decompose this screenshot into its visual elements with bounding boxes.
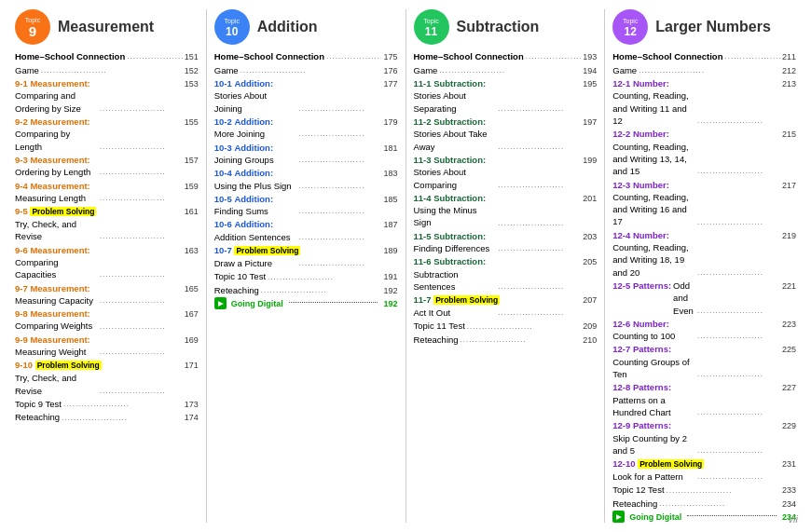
entry-text: Joining Groups bbox=[214, 154, 297, 166]
list-item: Home–School Connection..................… bbox=[15, 50, 199, 63]
entry-page: 165 bbox=[185, 283, 199, 295]
entry-text: Subtraction Sentences bbox=[414, 268, 497, 293]
list-item: 10-1 Addition: Stories About Joining....… bbox=[214, 77, 398, 115]
entry-text: Counting, Reading, and Writing 16 and 17 bbox=[612, 191, 695, 228]
entry-dots: ...................... bbox=[526, 51, 581, 62]
list-item: 12-10 Problem Solving Look for a Pattern… bbox=[612, 457, 796, 483]
entry-dots: ...................... bbox=[498, 281, 581, 293]
entry-page: 234 bbox=[782, 498, 796, 511]
entry-text: Stories About Joining bbox=[214, 89, 297, 115]
entry-page: 191 bbox=[383, 271, 397, 283]
entry-id: 9-10 Problem Solving bbox=[15, 359, 102, 372]
entry-dots: ...................... bbox=[268, 272, 381, 283]
list-item: 9-4 Measurement: Measuring Length.......… bbox=[15, 180, 199, 205]
entry-id: 12-9 Patterns: bbox=[612, 419, 671, 431]
list-item: Reteaching......................174 bbox=[15, 411, 199, 424]
entry-id: 9-5 Problem Solving bbox=[15, 205, 96, 218]
entry-id: 12-4 Number: bbox=[612, 229, 669, 241]
entry-dots: ...................... bbox=[498, 218, 581, 229]
column-topic-11: Topic11SubtractionHome–School Connection… bbox=[406, 9, 606, 523]
topic-header-9: Topic9Measurement bbox=[15, 9, 199, 45]
entry-page: 173 bbox=[185, 399, 199, 411]
entry-id: 10-2 Addition: bbox=[214, 116, 273, 128]
entry-text: Comparing and Ordering by Size bbox=[15, 89, 98, 115]
entry-id: 12-5 Patterns: bbox=[612, 280, 671, 317]
column-topic-9: Topic9MeasurementHome–School Connection.… bbox=[7, 9, 207, 523]
entry-dots: ...................... bbox=[697, 116, 780, 127]
list-item: 10-3 Addition: Joining Groups...........… bbox=[214, 142, 398, 167]
entry-id: 11-5 Subtraction: bbox=[414, 230, 487, 242]
entry-dots: ...................... bbox=[498, 243, 581, 254]
entry-dots: ...................... bbox=[299, 129, 382, 140]
list-item: 11-6 Subtraction: Subtraction Sentences.… bbox=[414, 255, 598, 293]
entry-text: Patterns on a Hundred Chart bbox=[612, 394, 695, 419]
entry-dots: ...................... bbox=[697, 331, 780, 342]
list-item: 11-5 Subtraction: Finding Differences...… bbox=[414, 230, 598, 255]
entry-dots: ...................... bbox=[62, 413, 183, 424]
entry-id: 10-1 Addition: bbox=[214, 77, 273, 89]
list-item: 12-4 Number: Counting, Reading, and Writ… bbox=[612, 229, 796, 279]
entry-id: 11-7 Problem Solving bbox=[414, 293, 501, 307]
list-item: Game......................194 bbox=[414, 64, 598, 77]
entry-dots: ...................... bbox=[697, 471, 780, 483]
list-item: 10-7 Problem Solving Draw a Picture.....… bbox=[214, 244, 398, 269]
entry-id: 11-6 Subtraction: bbox=[414, 255, 487, 267]
column-topic-10: Topic10AdditionHome–School Connection...… bbox=[207, 9, 406, 523]
entry-page: 175 bbox=[383, 51, 397, 63]
entry-dots: ...................... bbox=[299, 258, 382, 269]
entry-page: 183 bbox=[383, 168, 397, 180]
entry-page: 174 bbox=[185, 412, 199, 424]
entry-page: 219 bbox=[782, 230, 796, 242]
entry-text: Finding Differences bbox=[414, 242, 497, 254]
entry-dots: ...................... bbox=[697, 407, 780, 418]
entry-page: 213 bbox=[782, 78, 796, 90]
entry-label: Home–School Connection bbox=[214, 50, 324, 62]
topic-badge-12: Topic12 bbox=[612, 9, 648, 45]
entry-id: 12-7 Patterns: bbox=[612, 343, 671, 355]
entry-page: 233 bbox=[782, 484, 796, 497]
entry-page: 179 bbox=[383, 116, 397, 129]
entry-dots: ...................... bbox=[326, 51, 381, 62]
entry-id: 9-2 Measurement: bbox=[15, 116, 90, 128]
entry-label: Topic 10 Test bbox=[214, 270, 266, 282]
entry-dots: ...................... bbox=[41, 65, 183, 76]
entry-page: 194 bbox=[583, 65, 597, 77]
entry-page: 157 bbox=[185, 155, 199, 167]
entry-ps-text: Try, Check, and Revise bbox=[15, 218, 98, 243]
entry-text: Counting to 100 bbox=[612, 330, 695, 342]
list-item: 12-7 Patterns: Counting Groups of Ten...… bbox=[612, 343, 796, 380]
entry-label: Game bbox=[612, 64, 637, 76]
going-digital-entry: ▶Going Digital234 bbox=[612, 511, 796, 523]
entry-dots: ...................... bbox=[241, 65, 382, 76]
entry-page: 201 bbox=[583, 193, 597, 205]
list-item: 12-3 Number: Counting, Reading, and Writ… bbox=[612, 179, 796, 228]
list-item: Reteaching......................234 bbox=[612, 498, 796, 511]
entry-dots: ...................... bbox=[100, 167, 183, 178]
topic-title-10: Addition bbox=[257, 17, 318, 37]
entry-text: Comparing Weights bbox=[15, 320, 98, 332]
entry-dots: ...................... bbox=[439, 65, 581, 76]
entry-page: 161 bbox=[185, 206, 199, 218]
entry-page: 177 bbox=[383, 78, 397, 90]
entry-text: Odd and Even bbox=[673, 280, 695, 317]
entry-id: 10-3 Addition: bbox=[214, 142, 273, 154]
entry-page: 163 bbox=[185, 245, 199, 257]
entry-page: 171 bbox=[185, 360, 199, 372]
entry-text: Comparing by Length bbox=[15, 128, 98, 153]
list-item: Topic 10 Test......................191 bbox=[214, 270, 398, 283]
entry-text: Measuring Capacity bbox=[15, 294, 98, 307]
entry-dots: ...................... bbox=[498, 103, 581, 115]
entry-page: 155 bbox=[185, 116, 199, 129]
entry-dots: ...................... bbox=[100, 142, 183, 153]
entry-dots: ...................... bbox=[100, 295, 183, 307]
entry-page: 209 bbox=[583, 321, 597, 333]
entry-id: 9-1 Measurement: bbox=[15, 77, 90, 89]
entry-dots: ...................... bbox=[697, 267, 780, 279]
entry-dots: ...................... bbox=[100, 103, 183, 115]
entry-page: 185 bbox=[383, 194, 397, 206]
entry-text: Skip Counting by 2 and 5 bbox=[612, 432, 695, 457]
entry-text: Using the Plus Sign bbox=[214, 180, 297, 192]
entry-label: Reteaching bbox=[15, 411, 60, 423]
topic-badge-11: Topic11 bbox=[414, 9, 449, 45]
list-item: 9-9 Measurement: Measuring Weight.......… bbox=[15, 334, 199, 359]
